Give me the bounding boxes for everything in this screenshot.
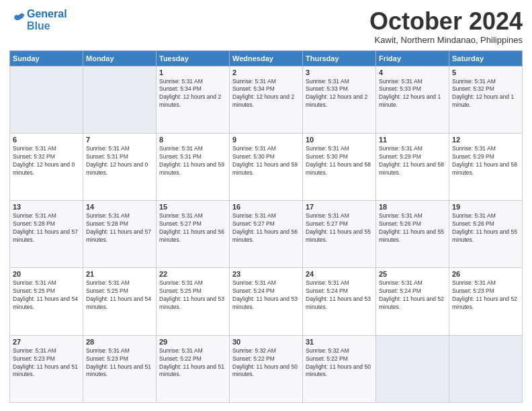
calendar-cell: 6Sunrise: 5:31 AM Sunset: 5:32 PM Daylig… [10, 133, 83, 200]
calendar-body: 1Sunrise: 5:31 AM Sunset: 5:34 PM Daylig… [10, 66, 523, 402]
day-of-week-header: Thursday [303, 50, 376, 66]
day-number: 7 [86, 136, 153, 144]
day-number: 4 [379, 68, 446, 77]
day-number: 8 [159, 136, 226, 144]
day-number: 28 [86, 338, 153, 346]
day-number: 11 [379, 136, 446, 144]
day-info: Sunrise: 5:31 AM Sunset: 5:34 PM Dayligh… [159, 78, 226, 110]
calendar-cell: 28Sunrise: 5:31 AM Sunset: 5:23 PM Dayli… [83, 335, 157, 402]
day-info: Sunrise: 5:31 AM Sunset: 5:25 PM Dayligh… [13, 279, 80, 312]
day-info: Sunrise: 5:31 AM Sunset: 5:29 PM Dayligh… [379, 145, 446, 177]
calendar-cell: 9Sunrise: 5:31 AM Sunset: 5:30 PM Daylig… [230, 133, 303, 200]
logo: General Blue [9, 8, 67, 32]
calendar-cell [10, 66, 83, 133]
day-number: 12 [452, 136, 519, 144]
title-section: October 2024 Kawit, Northern Mindanao, P… [369, 8, 523, 45]
header-row: SundayMondayTuesdayWednesdayThursdayFrid… [10, 50, 523, 66]
calendar-header: SundayMondayTuesdayWednesdayThursdayFrid… [10, 50, 523, 66]
day-info: Sunrise: 5:31 AM Sunset: 5:33 PM Dayligh… [306, 78, 373, 110]
calendar-cell: 25Sunrise: 5:31 AM Sunset: 5:24 PM Dayli… [376, 268, 449, 335]
day-info: Sunrise: 5:31 AM Sunset: 5:24 PM Dayligh… [232, 279, 300, 312]
day-info: Sunrise: 5:31 AM Sunset: 5:31 PM Dayligh… [159, 145, 226, 177]
calendar-cell: 21Sunrise: 5:31 AM Sunset: 5:25 PM Dayli… [83, 268, 157, 335]
day-number: 5 [452, 68, 519, 77]
calendar-cell [83, 66, 157, 133]
calendar-cell: 13Sunrise: 5:31 AM Sunset: 5:28 PM Dayli… [10, 201, 83, 268]
calendar-cell: 31Sunrise: 5:32 AM Sunset: 5:22 PM Dayli… [303, 335, 376, 402]
day-number: 27 [13, 338, 80, 346]
day-info: Sunrise: 5:31 AM Sunset: 5:25 PM Dayligh… [86, 279, 153, 312]
calendar-week-row: 27Sunrise: 5:31 AM Sunset: 5:23 PM Dayli… [10, 335, 523, 402]
calendar-cell: 23Sunrise: 5:31 AM Sunset: 5:24 PM Dayli… [230, 268, 303, 335]
day-number: 3 [306, 68, 373, 77]
calendar-cell: 30Sunrise: 5:32 AM Sunset: 5:22 PM Dayli… [230, 335, 303, 402]
day-number: 15 [159, 203, 226, 211]
day-number: 19 [452, 203, 519, 211]
calendar-cell: 10Sunrise: 5:31 AM Sunset: 5:30 PM Dayli… [303, 133, 376, 200]
day-info: Sunrise: 5:31 AM Sunset: 5:23 PM Dayligh… [13, 347, 80, 379]
day-of-week-header: Saturday [449, 50, 523, 66]
page: General Blue October 2024 Kawit, Norther… [0, 0, 532, 411]
calendar-cell: 5Sunrise: 5:31 AM Sunset: 5:32 PM Daylig… [449, 66, 523, 133]
day-number: 31 [306, 338, 373, 346]
calendar-cell: 1Sunrise: 5:31 AM Sunset: 5:34 PM Daylig… [157, 66, 230, 133]
calendar-cell: 2Sunrise: 5:31 AM Sunset: 5:34 PM Daylig… [230, 66, 303, 133]
calendar-cell: 26Sunrise: 5:31 AM Sunset: 5:23 PM Dayli… [449, 268, 523, 335]
day-info: Sunrise: 5:31 AM Sunset: 5:30 PM Dayligh… [232, 145, 300, 177]
day-info: Sunrise: 5:31 AM Sunset: 5:32 PM Dayligh… [13, 145, 80, 177]
day-of-week-header: Wednesday [230, 50, 303, 66]
day-number: 24 [306, 270, 373, 278]
calendar-cell: 11Sunrise: 5:31 AM Sunset: 5:29 PM Dayli… [376, 133, 449, 200]
day-info: Sunrise: 5:31 AM Sunset: 5:24 PM Dayligh… [306, 279, 373, 312]
calendar-week-row: 6Sunrise: 5:31 AM Sunset: 5:32 PM Daylig… [10, 133, 523, 200]
day-info: Sunrise: 5:31 AM Sunset: 5:23 PM Dayligh… [86, 347, 153, 379]
day-info: Sunrise: 5:31 AM Sunset: 5:27 PM Dayligh… [306, 212, 373, 244]
day-of-week-header: Tuesday [157, 50, 230, 66]
header: General Blue October 2024 Kawit, Norther… [9, 8, 523, 45]
calendar-cell: 27Sunrise: 5:31 AM Sunset: 5:23 PM Dayli… [10, 335, 83, 402]
logo-text: General Blue [27, 8, 67, 32]
day-info: Sunrise: 5:31 AM Sunset: 5:31 PM Dayligh… [86, 145, 153, 177]
location: Kawit, Northern Mindanao, Philippines [369, 35, 523, 45]
day-info: Sunrise: 5:31 AM Sunset: 5:28 PM Dayligh… [86, 212, 153, 244]
day-info: Sunrise: 5:31 AM Sunset: 5:32 PM Dayligh… [452, 78, 519, 110]
calendar-cell [376, 335, 449, 402]
day-info: Sunrise: 5:32 AM Sunset: 5:22 PM Dayligh… [232, 347, 300, 379]
day-number: 2 [232, 68, 300, 77]
calendar-week-row: 20Sunrise: 5:31 AM Sunset: 5:25 PM Dayli… [10, 268, 523, 335]
calendar-week-row: 1Sunrise: 5:31 AM Sunset: 5:34 PM Daylig… [10, 66, 523, 133]
day-info: Sunrise: 5:31 AM Sunset: 5:29 PM Dayligh… [452, 145, 519, 177]
day-of-week-header: Sunday [10, 50, 83, 66]
calendar-cell: 4Sunrise: 5:31 AM Sunset: 5:33 PM Daylig… [376, 66, 449, 133]
day-info: Sunrise: 5:31 AM Sunset: 5:34 PM Dayligh… [232, 78, 300, 110]
day-info: Sunrise: 5:31 AM Sunset: 5:25 PM Dayligh… [159, 279, 226, 312]
day-of-week-header: Monday [83, 50, 157, 66]
day-number: 9 [232, 136, 300, 144]
day-info: Sunrise: 5:31 AM Sunset: 5:24 PM Dayligh… [379, 279, 446, 312]
day-number: 13 [13, 203, 80, 211]
day-number: 29 [159, 338, 226, 346]
calendar-cell: 8Sunrise: 5:31 AM Sunset: 5:31 PM Daylig… [157, 133, 230, 200]
day-number: 14 [86, 203, 153, 211]
calendar-cell: 16Sunrise: 5:31 AM Sunset: 5:27 PM Dayli… [230, 201, 303, 268]
day-info: Sunrise: 5:31 AM Sunset: 5:22 PM Dayligh… [159, 347, 226, 379]
calendar-week-row: 13Sunrise: 5:31 AM Sunset: 5:28 PM Dayli… [10, 201, 523, 268]
calendar-cell: 19Sunrise: 5:31 AM Sunset: 5:26 PM Dayli… [449, 201, 523, 268]
calendar-cell: 24Sunrise: 5:31 AM Sunset: 5:24 PM Dayli… [303, 268, 376, 335]
calendar-table: SundayMondayTuesdayWednesdayThursdayFrid… [9, 50, 523, 403]
day-number: 21 [86, 270, 153, 278]
day-of-week-header: Friday [376, 50, 449, 66]
day-number: 6 [13, 136, 80, 144]
day-number: 16 [232, 203, 300, 211]
day-number: 23 [232, 270, 300, 278]
calendar-cell: 7Sunrise: 5:31 AM Sunset: 5:31 PM Daylig… [83, 133, 157, 200]
calendar: SundayMondayTuesdayWednesdayThursdayFrid… [9, 50, 523, 403]
day-number: 20 [13, 270, 80, 278]
month-title: October 2024 [369, 8, 523, 35]
day-info: Sunrise: 5:31 AM Sunset: 5:26 PM Dayligh… [379, 212, 446, 244]
day-number: 10 [306, 136, 373, 144]
calendar-cell: 17Sunrise: 5:31 AM Sunset: 5:27 PM Dayli… [303, 201, 376, 268]
calendar-cell: 15Sunrise: 5:31 AM Sunset: 5:27 PM Dayli… [157, 201, 230, 268]
day-info: Sunrise: 5:31 AM Sunset: 5:26 PM Dayligh… [452, 212, 519, 244]
day-number: 26 [452, 270, 519, 278]
